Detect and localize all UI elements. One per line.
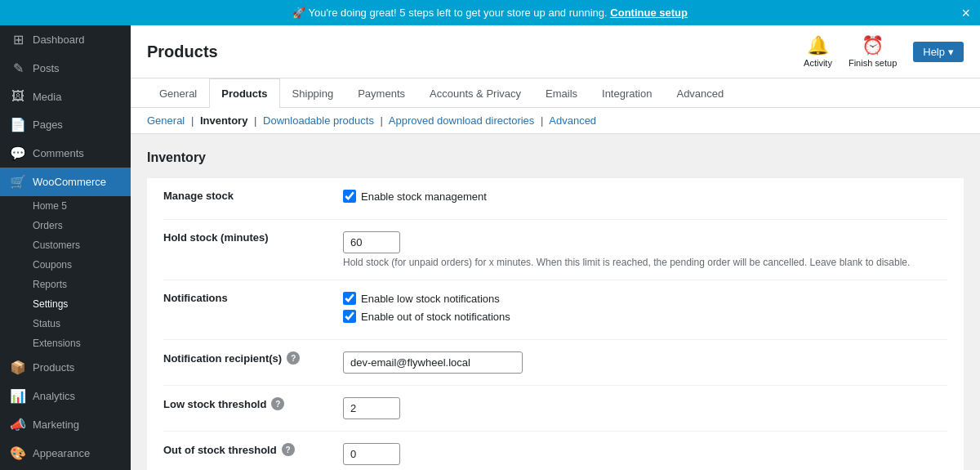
hold-stock-description: Hold stock (for unpaid orders) for x min… xyxy=(343,257,947,268)
pages-icon: 📄 xyxy=(10,117,26,132)
checkbox-row-low-stock: Enable low stock notifications xyxy=(343,292,947,305)
sidebar-item-media[interactable]: 🖼 Media xyxy=(0,83,131,110)
field-notifications: Notifications Enable low stock notificat… xyxy=(163,280,947,340)
label-manage-stock: Manage stock xyxy=(163,190,343,202)
posts-icon: ✎ xyxy=(10,60,26,76)
tab-integration[interactable]: Integration xyxy=(590,78,664,108)
analytics-icon: 📊 xyxy=(10,388,26,404)
sidebar-item-dashboard[interactable]: ⊞ Dashboard xyxy=(0,25,131,54)
notification-recipient-help-icon[interactable]: ? xyxy=(287,351,300,365)
dashboard-icon: ⊞ xyxy=(10,32,26,47)
help-label: Help xyxy=(923,46,945,58)
enable-stock-label: Enable stock management xyxy=(361,190,487,203)
finish-setup-icon: ⏰ xyxy=(862,35,884,56)
field-out-stock-threshold-content xyxy=(343,443,947,465)
sidebar-item-products[interactable]: 📦 Products xyxy=(0,353,131,382)
woocommerce-icon: 🛒 xyxy=(10,174,26,190)
finish-setup-label: Finish setup xyxy=(849,58,897,68)
tab-advanced[interactable]: Advanced xyxy=(664,78,736,108)
notification-close-button[interactable]: × xyxy=(961,6,970,20)
sidebar-item-label: Media xyxy=(33,91,61,103)
out-stock-notification-label: Enable out of stock notifications xyxy=(361,311,510,323)
help-chevron-icon: ▾ xyxy=(948,46,954,58)
tab-products[interactable]: Products xyxy=(209,78,279,108)
label-notification-recipient: Notification recipient(s) ? xyxy=(163,351,343,365)
subnav-inventory[interactable]: Inventory xyxy=(200,114,248,127)
activity-icon: 🔔 xyxy=(807,35,829,56)
sidebar-item-analytics[interactable]: 📊 Analytics xyxy=(0,382,131,410)
sidebar-sub-reports[interactable]: Reports xyxy=(0,275,131,294)
sidebar-item-label: Analytics xyxy=(33,390,75,402)
field-hold-stock: Hold stock (minutes) Hold stock (for unp… xyxy=(163,220,947,280)
label-out-stock-threshold: Out of stock threshold ? xyxy=(163,443,343,456)
sidebar-sub-status[interactable]: Status xyxy=(0,314,131,333)
notification-recipient-input[interactable] xyxy=(343,351,523,374)
sidebar-item-posts[interactable]: ✎ Posts xyxy=(0,54,131,83)
section-title: Inventory xyxy=(147,150,964,165)
label-low-stock-threshold: Low stock threshold ? xyxy=(163,397,343,410)
low-stock-notification-checkbox[interactable] xyxy=(343,292,356,305)
sidebar-item-label: Comments xyxy=(33,147,84,159)
label-notifications: Notifications xyxy=(163,292,343,304)
sidebar-item-label: WooCommerce xyxy=(33,176,106,188)
sidebar-sub-home[interactable]: Home 5 xyxy=(0,196,131,216)
products-icon: 📦 xyxy=(10,360,26,375)
field-notifications-content: Enable low stock notifications Enable ou… xyxy=(343,292,947,328)
activity-label: Activity xyxy=(804,58,832,68)
hold-stock-input[interactable] xyxy=(343,231,400,253)
subnav-general[interactable]: General xyxy=(147,114,185,127)
sidebar-sub-coupons[interactable]: Coupons xyxy=(0,255,131,275)
checkbox-row-enable-stock: Enable stock management xyxy=(343,190,947,203)
sidebar-item-comments[interactable]: 💬 Comments xyxy=(0,139,131,168)
notification-bar: 🚀 You're doing great! 5 steps left to ge… xyxy=(0,0,980,25)
enable-stock-checkbox[interactable] xyxy=(343,190,356,203)
out-stock-threshold-input[interactable] xyxy=(343,443,400,465)
sidebar-item-label: Marketing xyxy=(33,419,79,431)
label-hold-stock: Hold stock (minutes) xyxy=(163,231,343,244)
sidebar-item-label: Appearance xyxy=(33,447,90,459)
sidebar-item-pages[interactable]: 📄 Pages xyxy=(0,110,131,139)
subnav-advanced[interactable]: Advanced xyxy=(549,114,596,127)
low-stock-threshold-help-icon[interactable]: ? xyxy=(271,397,284,410)
settings-tabs: General Products Shipping Payments Accou… xyxy=(131,78,980,108)
field-notification-recipient-content xyxy=(343,351,947,374)
checkbox-row-out-stock: Enable out of stock notifications xyxy=(343,310,947,323)
sidebar-sub-settings[interactable]: Settings xyxy=(0,294,131,314)
sidebar-item-woocommerce[interactable]: 🛒 WooCommerce xyxy=(0,168,131,196)
settings-content: Inventory Manage stock Enable stock mana… xyxy=(131,134,980,470)
sub-navigation: General | Inventory | Downloadable produ… xyxy=(131,108,980,134)
appearance-icon: 🎨 xyxy=(10,445,26,461)
finish-setup-button[interactable]: ⏰ Finish setup xyxy=(849,35,897,68)
sidebar-item-appearance[interactable]: 🎨 Appearance xyxy=(0,439,131,468)
tab-payments[interactable]: Payments xyxy=(345,78,417,108)
subnav-approved-dirs[interactable]: Approved download directories xyxy=(389,114,535,127)
continue-setup-link[interactable]: Continue setup xyxy=(610,7,688,19)
help-button[interactable]: Help ▾ xyxy=(913,42,964,62)
out-stock-notification-checkbox[interactable] xyxy=(343,310,356,323)
field-notification-recipient: Notification recipient(s) ? xyxy=(163,340,947,386)
low-stock-notification-label: Enable low stock notifications xyxy=(361,293,500,305)
tab-emails[interactable]: Emails xyxy=(533,78,590,108)
content-header: Products 🔔 Activity ⏰ Finish setup Help … xyxy=(131,25,980,78)
subnav-downloadable[interactable]: Downloadable products xyxy=(263,114,374,127)
notification-message: 🚀 You're doing great! 5 steps left to ge… xyxy=(292,7,608,19)
comments-icon: 💬 xyxy=(10,145,26,161)
field-hold-stock-content: Hold stock (for unpaid orders) for x min… xyxy=(343,231,947,268)
field-low-stock-threshold: Low stock threshold ? xyxy=(163,386,947,432)
field-manage-stock-content: Enable stock management xyxy=(343,190,947,208)
out-stock-threshold-help-icon[interactable]: ? xyxy=(282,443,295,456)
sidebar-item-label: Posts xyxy=(33,62,60,74)
tab-shipping[interactable]: Shipping xyxy=(280,78,346,108)
sidebar-sub-orders[interactable]: Orders xyxy=(0,216,131,235)
sidebar-item-label: Products xyxy=(33,361,74,374)
tab-general[interactable]: General xyxy=(147,78,209,108)
sidebar-sub-extensions[interactable]: Extensions xyxy=(0,333,131,353)
sidebar-sub-customers[interactable]: Customers xyxy=(0,235,131,255)
media-icon: 🖼 xyxy=(10,89,26,104)
header-actions: 🔔 Activity ⏰ Finish setup Help ▾ xyxy=(804,35,964,68)
low-stock-threshold-input[interactable] xyxy=(343,397,400,419)
sidebar-item-label: Dashboard xyxy=(33,34,85,46)
activity-button[interactable]: 🔔 Activity xyxy=(804,35,832,68)
tab-accounts-privacy[interactable]: Accounts & Privacy xyxy=(417,78,533,108)
sidebar-item-marketing[interactable]: 📣 Marketing xyxy=(0,410,131,439)
